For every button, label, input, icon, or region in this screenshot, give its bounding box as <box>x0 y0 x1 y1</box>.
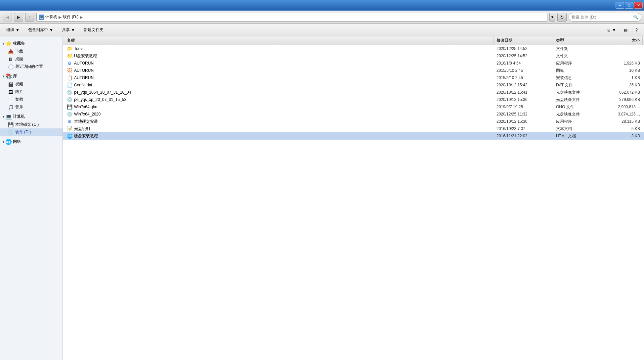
file-name: pe_yqs_xp_20_07_31_15_53 <box>74 97 126 102</box>
refresh-button[interactable]: ↻ <box>557 13 567 22</box>
col-header-name[interactable]: 名称 <box>64 36 494 45</box>
sidebar-item-drive-c[interactable]: 💾 本地磁盘 (C:) <box>0 121 63 128</box>
table-row[interactable]: 📝 光盘说明 2016/10/23 7:07 文本文档 5 KB <box>63 125 644 132</box>
file-type: 光盘映像文件 <box>553 97 603 103</box>
help-icon: ? <box>635 28 638 32</box>
share-button[interactable]: 共享 ▼ <box>58 25 79 35</box>
up-button[interactable]: ↑ <box>25 13 34 22</box>
file-size: 3,874,126 ... <box>603 112 643 116</box>
file-name: Win7x64.gho <box>74 105 97 109</box>
organize-button[interactable]: 组织 ▼ <box>3 25 23 35</box>
file-size: 279,696 KB <box>603 97 643 102</box>
organize-label: 组织 <box>6 27 14 33</box>
sidebar-section-network: ▾ 🌐 网络 <box>0 137 63 146</box>
path-sep-1: ▶ <box>59 15 62 20</box>
forward-button[interactable]: ▶ <box>14 13 23 22</box>
file-icon: 💿 <box>67 97 72 102</box>
favorites-expand-icon: ▾ <box>3 42 4 45</box>
sidebar-item-music[interactable]: 🎵 音乐 <box>0 103 63 111</box>
file-name: U盘安装教程 <box>74 53 97 59</box>
sidebar-computer-header[interactable]: ▾ 💻 计算机 <box>0 112 63 121</box>
help-button[interactable]: ? <box>632 25 641 35</box>
view-button[interactable]: ⊞ ▼ <box>604 25 620 35</box>
file-name: AUTORUN <box>74 68 94 73</box>
document-icon: 📄 <box>8 97 13 102</box>
file-icon: 📄 <box>67 82 72 88</box>
table-row[interactable]: 📋 AUTORUN 2015/5/10 2:45 安装信息 1 KB <box>63 74 644 81</box>
file-icon: 📝 <box>67 126 72 131</box>
sidebar-item-document[interactable]: 📄 文档 <box>0 96 63 103</box>
table-row[interactable]: 📁 U盘安装教程 2020/12/25 14:52 文件夹 <box>63 52 644 60</box>
sidebar-section-favorites: ▾ ⭐ 收藏夹 📥 下载 🖥 桌面 🕐 最近访问的位置 <box>0 39 63 70</box>
desktop-label: 桌面 <box>15 56 23 62</box>
minimize-button[interactable]: ─ <box>616 2 624 9</box>
sidebar-item-downloads[interactable]: 📥 下载 <box>0 48 63 55</box>
col-header-modified[interactable]: 修改日期 <box>494 36 553 45</box>
preview-pane-button[interactable]: ▤ <box>620 25 631 35</box>
file-type: 应用程序 <box>553 61 603 66</box>
sidebar-favorites-header[interactable]: ▾ ⭐ 收藏夹 <box>0 39 63 48</box>
sidebar-item-picture[interactable]: 🖼 图片 <box>0 88 63 96</box>
drive-c-icon: 💾 <box>8 122 13 127</box>
col-header-type[interactable]: 类型 <box>553 36 603 45</box>
search-box[interactable]: 🔍 <box>569 13 641 22</box>
sidebar-item-recent[interactable]: 🕐 最近访问的位置 <box>0 63 63 70</box>
drive-d-label: 软件 (D:) <box>15 129 31 135</box>
file-name: Config.dat <box>74 83 92 87</box>
file-name: 硬盘安装教程 <box>74 133 98 139</box>
file-list: 📁 Tools 2020/12/25 14:52 文件夹 📁 U盘安装教程 20… <box>63 45 644 360</box>
include-library-arrow: ▼ <box>49 28 53 32</box>
computer-expand-icon: ▾ <box>3 115 4 118</box>
sidebar-library-header[interactable]: ▾ 📚 库 <box>0 72 63 80</box>
table-row[interactable]: 💿 pe_yqs_xp_20_07_31_15_53 2020/10/12 15… <box>63 96 644 103</box>
video-icon: 🎬 <box>8 82 13 87</box>
file-date: 2020/12/25 14:52 <box>494 46 553 51</box>
table-row[interactable]: 🌐 硬盘安装教程 2016/11/21 22:03 HTML 文档 3 KB <box>63 132 644 140</box>
computer-label: 计算机 <box>13 114 25 119</box>
file-name: AUTORUN <box>74 61 94 66</box>
table-row[interactable]: 💾 Win7x64.gho 2019/9/7 19:25 GHO 文件 2,90… <box>63 103 644 111</box>
file-name: Win7x64_2020 <box>74 112 101 116</box>
sidebar-network-header[interactable]: ▾ 🌐 网络 <box>0 137 63 146</box>
path-computer-icon: 💻 <box>39 15 44 20</box>
table-row[interactable]: ⚙ AUTORUN 2016/1/8 4:54 应用程序 1,926 KB <box>63 60 644 67</box>
col-header-size[interactable]: 大小 <box>603 36 643 45</box>
file-date: 2020/12/25 14:52 <box>494 54 553 58</box>
address-dropdown[interactable]: ▼ <box>549 13 555 22</box>
file-type: 文本文档 <box>553 126 603 132</box>
file-icon: ⚙ <box>67 61 72 66</box>
new-folder-button[interactable]: 新建文件夹 <box>80 25 107 35</box>
file-size: 1,926 KB <box>603 61 643 66</box>
document-label: 文档 <box>15 97 23 102</box>
file-size: 10 KB <box>603 68 643 73</box>
search-icon[interactable]: 🔍 <box>633 15 638 20</box>
file-icon: 📋 <box>67 75 72 80</box>
sidebar-item-drive-d[interactable]: 💿 软件 (D:) <box>0 128 63 136</box>
include-library-button[interactable]: 包含到库中 ▼ <box>24 25 57 35</box>
file-name: pe_yqs_1064_20_07_31_16_04 <box>74 90 131 95</box>
search-input[interactable] <box>572 15 632 20</box>
sidebar-item-video[interactable]: 🎬 视频 <box>0 80 63 88</box>
table-row[interactable]: 💿 Win7x64_2020 2020/12/25 11:32 光盘映像文件 3… <box>63 111 644 118</box>
file-size: 5 KB <box>603 126 643 131</box>
file-area: 名称 修改日期 类型 大小 📁 Tools 2020/12/25 14:52 文… <box>63 36 644 360</box>
sidebar-item-desktop[interactable]: 🖥 桌面 <box>0 55 63 63</box>
view-arrow: ▼ <box>612 28 616 32</box>
sidebar-section-library: ▾ 📚 库 🎬 视频 🖼 图片 📄 文档 🎵 音乐 <box>0 72 63 111</box>
file-icon: 🖼 <box>67 68 72 73</box>
address-path[interactable]: 💻 计算机 ▶ 软件 (D:) ▶ <box>36 13 547 22</box>
file-icon: 📁 <box>67 53 72 59</box>
table-row[interactable]: 🖼 AUTORUN 2015/5/10 2:45 图标 10 KB <box>63 67 644 74</box>
maximize-button[interactable]: □ <box>625 2 633 9</box>
video-label: 视频 <box>15 81 23 87</box>
table-row[interactable]: 📄 Config.dat 2020/10/12 15:42 DAT 文件 36 … <box>63 81 644 89</box>
back-button[interactable]: ◀ <box>3 13 12 22</box>
close-button[interactable]: ✕ <box>634 2 643 9</box>
new-folder-label: 新建文件夹 <box>84 27 104 33</box>
table-row[interactable]: ⚙ 本地硬盘安装 2020/10/12 15:30 应用程序 28,315 KB <box>63 118 644 125</box>
table-row[interactable]: 📁 Tools 2020/12/25 14:52 文件夹 <box>63 45 644 52</box>
recent-icon: 🕐 <box>8 64 13 69</box>
music-icon: 🎵 <box>8 105 13 110</box>
table-row[interactable]: 💿 pe_yqs_1064_20_07_31_16_04 2020/10/12 … <box>63 89 644 96</box>
library-expand-icon: ▾ <box>3 74 4 78</box>
